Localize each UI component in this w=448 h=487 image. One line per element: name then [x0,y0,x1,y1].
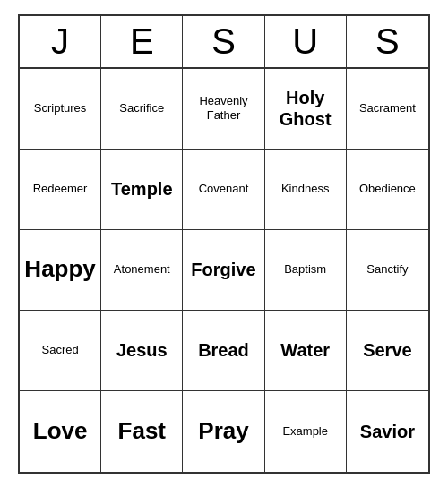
cell-text: Example [282,424,328,439]
bingo-cell[interactable]: Redeemer [20,150,101,230]
cell-text: Scriptures [34,101,87,115]
cell-text: Obedience [359,182,416,196]
bingo-header: JESUS [20,16,428,69]
bingo-cell[interactable]: Temple [101,150,183,230]
cell-text: Holy Ghost [269,87,342,130]
cell-text: Atonement [114,262,170,277]
cell-text: Jesus [116,339,168,361]
bingo-cell[interactable]: Sanctify [347,230,428,311]
bingo-cell[interactable]: Savior [347,391,428,472]
cell-text: Savior [360,421,415,442]
bingo-cell[interactable]: Holy Ghost [265,69,347,150]
cell-text: Serve [363,339,412,361]
cell-text: Redeemer [33,182,88,196]
cell-text: Temple [111,178,173,200]
bingo-cell[interactable]: Happy [20,230,101,311]
cell-text: Pray [198,417,248,445]
cell-text: Sacrament [359,101,416,115]
bingo-cell[interactable]: Water [265,311,347,391]
bingo-cell[interactable]: Jesus [101,311,183,391]
cell-text: Sacrifice [119,101,164,115]
bingo-cell[interactable]: Kindness [265,150,347,230]
header-letter-S: S [347,16,428,67]
bingo-grid: ScripturesSacrificeHeavenly FatherHoly G… [20,69,428,472]
header-letter-S: S [183,16,264,67]
cell-text: Heavenly Father [186,94,260,122]
cell-text: Kindness [281,182,329,196]
bingo-cell[interactable]: Sacrament [347,69,428,150]
cell-text: Covenant [199,182,249,196]
bingo-cell[interactable]: Serve [347,311,428,391]
bingo-cell[interactable]: Sacrifice [101,69,183,150]
bingo-cell[interactable]: Atonement [101,230,183,311]
bingo-cell[interactable]: Covenant [183,150,264,230]
bingo-cell[interactable]: Heavenly Father [183,69,264,150]
cell-text: Water [280,339,330,361]
cell-text: Love [33,417,88,445]
cell-text: Bread [198,339,249,361]
bingo-cell[interactable]: Love [20,391,101,472]
cell-text: Forgive [191,259,255,280]
bingo-cell[interactable]: Scriptures [20,69,101,150]
cell-text: Sanctify [366,262,408,277]
bingo-cell[interactable]: Bread [183,311,264,391]
bingo-cell[interactable]: Baptism [265,230,347,311]
bingo-cell[interactable]: Pray [183,391,264,472]
bingo-cell[interactable]: Sacred [20,311,101,391]
header-letter-U: U [265,16,347,67]
cell-text: Baptism [284,262,326,277]
cell-text: Sacred [41,343,78,357]
header-letter-E: E [101,16,183,67]
bingo-cell[interactable]: Forgive [183,230,264,311]
cell-text: Happy [24,255,95,283]
bingo-cell[interactable]: Obedience [347,150,428,230]
cell-text: Fast [118,417,166,445]
bingo-cell[interactable]: Fast [101,391,183,472]
bingo-cell[interactable]: Example [265,391,347,472]
bingo-card: JESUS ScripturesSacrificeHeavenly Father… [18,14,430,474]
header-letter-J: J [20,16,101,67]
